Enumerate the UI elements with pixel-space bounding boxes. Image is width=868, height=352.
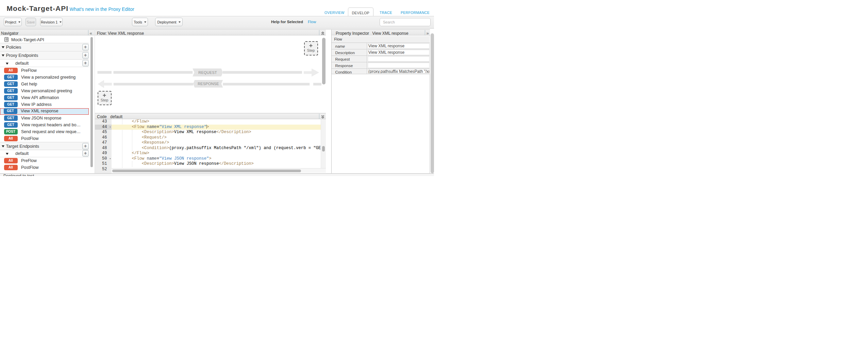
svg-text:REQUEST: REQUEST xyxy=(198,70,217,75)
svg-text:RESPONSE: RESPONSE xyxy=(198,82,219,86)
